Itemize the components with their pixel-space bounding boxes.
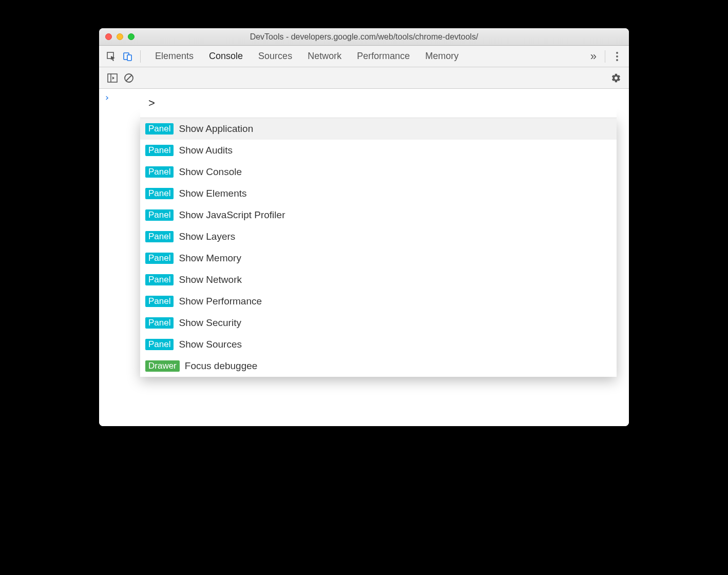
panel-badge: Panel: [145, 296, 174, 307]
panel-badge: Panel: [145, 317, 174, 329]
command-item-label: Show Elements: [179, 188, 246, 199]
zoom-window-button[interactable]: [128, 33, 135, 40]
titlebar: DevTools - developers.google.com/web/too…: [99, 28, 629, 46]
command-menu-input[interactable]: >: [140, 89, 617, 118]
command-item-label: Show Security: [179, 317, 241, 329]
main-toolbar: ElementsConsoleSourcesNetworkPerformance…: [99, 46, 629, 67]
command-item[interactable]: PanelShow JavaScript Profiler: [140, 204, 617, 226]
device-toggle-icon[interactable]: [121, 49, 135, 64]
inspect-element-icon[interactable]: [104, 49, 119, 64]
menu-icon[interactable]: [609, 52, 625, 61]
command-item[interactable]: PanelShow Sources: [140, 334, 617, 355]
command-item[interactable]: PanelShow Performance: [140, 291, 617, 312]
clear-console-icon[interactable]: [122, 71, 136, 85]
panel-tabs: ElementsConsoleSourcesNetworkPerformance…: [155, 51, 458, 62]
panel-badge: Panel: [145, 274, 174, 285]
panel-badge: Panel: [145, 253, 174, 264]
panel-badge: Panel: [145, 123, 174, 135]
command-item-label: Show Memory: [179, 253, 241, 264]
command-item[interactable]: PanelShow Elements: [140, 183, 617, 204]
panel-badge: Panel: [145, 145, 174, 156]
minimize-window-button[interactable]: [117, 33, 123, 40]
command-item[interactable]: PanelShow Network: [140, 269, 617, 291]
tab-sources[interactable]: Sources: [258, 51, 292, 62]
command-item[interactable]: PanelShow Console: [140, 161, 617, 183]
command-item-label: Show Network: [179, 274, 242, 285]
command-item-label: Show JavaScript Profiler: [179, 209, 285, 221]
command-item-label: Show Sources: [179, 339, 242, 350]
command-item-label: Show Console: [179, 166, 242, 178]
tab-performance[interactable]: Performance: [357, 51, 410, 62]
window-controls: [99, 33, 135, 40]
command-item[interactable]: PanelShow Layers: [140, 226, 617, 247]
command-item[interactable]: PanelShow Audits: [140, 140, 617, 161]
drawer-badge: Drawer: [145, 360, 180, 372]
separator: [605, 50, 605, 63]
tab-memory[interactable]: Memory: [425, 51, 458, 62]
command-item-label: Focus debuggee: [185, 360, 258, 372]
command-menu: PanelShow ApplicationPanelShow AuditsPan…: [140, 118, 617, 377]
command-item[interactable]: DrawerFocus debuggee: [140, 355, 617, 377]
tab-elements[interactable]: Elements: [155, 51, 194, 62]
command-item-label: Show Performance: [179, 296, 262, 307]
toggle-sidebar-icon[interactable]: [105, 71, 120, 85]
command-prompt-symbol: >: [148, 97, 155, 110]
panel-badge: Panel: [145, 339, 174, 350]
console-toolbar: [99, 67, 629, 89]
settings-icon[interactable]: [608, 70, 624, 86]
panel-badge: Panel: [145, 188, 174, 199]
svg-rect-2: [127, 55, 131, 61]
command-item-label: Show Audits: [179, 145, 233, 156]
devtools-window: DevTools - developers.google.com/web/too…: [99, 28, 629, 426]
command-item[interactable]: PanelShow Security: [140, 312, 617, 334]
console-panel: › > PanelShow ApplicationPanelShow Audit…: [99, 89, 629, 426]
panel-badge: Panel: [145, 166, 174, 178]
separator: [140, 50, 141, 63]
command-item-label: Show Application: [179, 123, 253, 135]
tab-network[interactable]: Network: [308, 51, 341, 62]
command-item-label: Show Layers: [179, 231, 235, 242]
window-title: DevTools - developers.google.com/web/too…: [99, 32, 629, 42]
svg-line-6: [126, 75, 132, 81]
more-tabs-icon[interactable]: »: [590, 50, 597, 63]
panel-badge: Panel: [145, 231, 174, 242]
command-item[interactable]: PanelShow Memory: [140, 247, 617, 269]
tab-console[interactable]: Console: [209, 51, 243, 62]
command-item[interactable]: PanelShow Application: [140, 118, 617, 140]
close-window-button[interactable]: [105, 33, 112, 40]
panel-badge: Panel: [145, 209, 174, 221]
